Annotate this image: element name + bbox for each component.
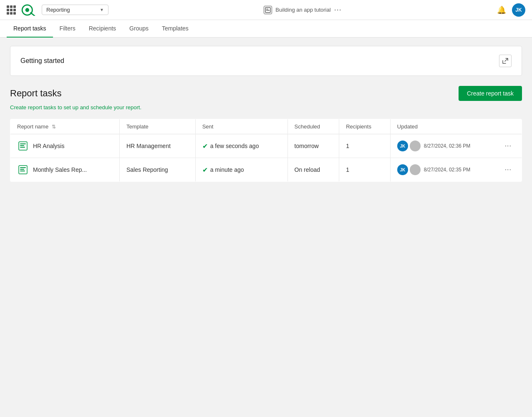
table-header-row: Report name ⇅ Template Sent Scheduled Re… <box>10 119 522 134</box>
svg-rect-13 <box>20 171 25 171</box>
cell-sent: ✔ a minute ago <box>195 158 287 182</box>
create-report-task-button[interactable]: Create report task <box>459 86 522 101</box>
avatars-row: JK <box>397 164 421 175</box>
svg-rect-12 <box>20 169 24 170</box>
qlik-logo[interactable] <box>21 4 37 16</box>
cell-template: Sales Reporting <box>119 158 195 182</box>
row-menu-button[interactable]: ··· <box>502 164 515 175</box>
app-header: Reporting ▼ Building an app tutorial ···… <box>0 0 532 20</box>
svg-rect-7 <box>20 143 26 144</box>
avatar-gray <box>410 164 421 175</box>
cell-scheduled: On reload <box>287 158 339 182</box>
expand-button[interactable] <box>499 55 512 67</box>
svg-line-2 <box>31 13 35 15</box>
tab-groups[interactable]: Groups <box>123 20 155 38</box>
col-header-report-name[interactable]: Report name ⇅ <box>10 119 120 134</box>
table-row: Monthly Sales Rep... Sales Reporting ✔ a… <box>10 158 522 182</box>
cell-recipients: 1 <box>339 158 391 182</box>
app-selector-label: Reporting <box>46 7 70 13</box>
user-avatar[interactable]: JK <box>512 3 525 17</box>
avatar: JK <box>397 141 408 151</box>
row-menu-button[interactable]: ··· <box>502 141 515 151</box>
sort-icon: ⇅ <box>52 124 56 130</box>
svg-point-1 <box>25 8 29 12</box>
avatar-gray <box>410 141 421 151</box>
col-header-updated: Updated <box>390 119 522 134</box>
header-left: Reporting ▼ <box>7 4 108 16</box>
sent-time: a minute ago <box>210 166 244 173</box>
notifications-bell-icon[interactable]: 🔔 <box>497 5 506 15</box>
cell-scheduled: tomorrow <box>287 134 339 158</box>
section-subtitle: Create report tasks to set up and schedu… <box>10 104 522 111</box>
tutorial-label: Building an app tutorial <box>275 7 330 13</box>
report-icon <box>17 140 29 152</box>
cell-recipients: 1 <box>339 134 391 158</box>
chevron-down-icon: ▼ <box>100 8 104 12</box>
section-title: Report tasks <box>10 88 62 99</box>
getting-started-card: Getting started <box>10 46 522 76</box>
report-tasks-table: Report name ⇅ Template Sent Scheduled Re… <box>10 119 522 182</box>
main-content: Getting started Report tasks Create repo… <box>0 38 532 190</box>
report-name-text: Monthly Sales Rep... <box>33 166 87 173</box>
svg-rect-8 <box>20 145 24 146</box>
updated-date: 8/27/2024, 02:36 PM <box>424 143 470 149</box>
tab-templates[interactable]: Templates <box>155 20 195 38</box>
col-header-sent: Sent <box>195 119 287 134</box>
tutorial-more-button[interactable]: ··· <box>334 5 342 14</box>
avatars-row: JK <box>397 141 421 151</box>
svg-rect-11 <box>20 167 26 168</box>
cell-updated: JK 8/27/2024, 02:36 PM ··· <box>390 134 522 158</box>
svg-rect-4 <box>266 9 268 10</box>
tutorial-icon <box>264 6 272 14</box>
tab-report-tasks[interactable]: Report tasks <box>7 20 53 38</box>
header-center: Building an app tutorial ··· <box>115 5 490 14</box>
col-header-template: Template <box>119 119 195 134</box>
grid-menu-icon[interactable] <box>7 5 16 15</box>
col-header-recipients: Recipients <box>339 119 391 134</box>
avatar: JK <box>397 164 408 175</box>
check-icon: ✔ <box>202 142 208 150</box>
updated-date: 8/27/2024, 02:35 PM <box>424 167 470 173</box>
getting-started-title: Getting started <box>20 57 64 65</box>
header-right: 🔔 JK <box>497 3 525 17</box>
report-icon <box>17 164 29 176</box>
tab-filters[interactable]: Filters <box>53 20 82 38</box>
report-name-text: HR Analysis <box>33 143 64 149</box>
cell-sent: ✔ a few seconds ago <box>195 134 287 158</box>
tab-recipients[interactable]: Recipients <box>82 20 123 38</box>
app-selector[interactable]: Reporting ▼ <box>42 5 108 15</box>
sent-time: a few seconds ago <box>210 143 259 149</box>
check-icon: ✔ <box>202 166 208 174</box>
col-header-scheduled: Scheduled <box>287 119 339 134</box>
cell-updated: JK 8/27/2024, 02:35 PM ··· <box>390 158 522 182</box>
cell-report-name: Monthly Sales Rep... <box>10 158 120 182</box>
nav-tabs: Report tasks Filters Recipients Groups T… <box>0 20 532 38</box>
section-header: Report tasks Create report task <box>10 86 522 101</box>
table-row: HR Analysis HR Management ✔ a few second… <box>10 134 522 158</box>
cell-template: HR Management <box>119 134 195 158</box>
svg-rect-9 <box>20 147 25 148</box>
cell-report-name: HR Analysis <box>10 134 120 158</box>
svg-rect-5 <box>266 10 270 11</box>
